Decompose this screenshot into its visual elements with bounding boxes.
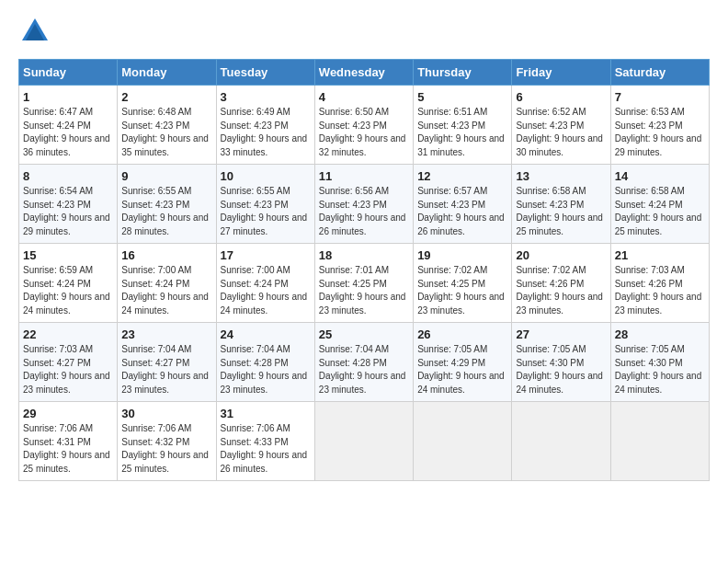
calendar-table: SundayMondayTuesdayWednesdayThursdayFrid… bbox=[18, 59, 710, 481]
calendar-cell bbox=[314, 402, 413, 481]
day-info: Sunrise: 7:03 AMSunset: 4:27 PMDaylight:… bbox=[23, 344, 110, 395]
day-number: 17 bbox=[221, 248, 311, 262]
calendar-week-2: 8 Sunrise: 6:54 AMSunset: 4:23 PMDayligh… bbox=[19, 165, 710, 244]
day-info: Sunrise: 7:05 AMSunset: 4:30 PMDaylight:… bbox=[516, 344, 603, 395]
day-number: 21 bbox=[615, 248, 705, 262]
day-info: Sunrise: 7:02 AMSunset: 4:26 PMDaylight:… bbox=[516, 265, 603, 316]
day-info: Sunrise: 6:58 AMSunset: 4:23 PMDaylight:… bbox=[516, 186, 603, 236]
calendar-cell: 27 Sunrise: 7:05 AMSunset: 4:30 PMDaylig… bbox=[512, 323, 610, 402]
weekday-header-row: SundayMondayTuesdayWednesdayThursdayFrid… bbox=[19, 60, 710, 86]
day-info: Sunrise: 7:03 AMSunset: 4:26 PMDaylight:… bbox=[615, 265, 702, 316]
day-info: Sunrise: 7:04 AMSunset: 4:28 PMDaylight:… bbox=[221, 344, 308, 395]
calendar-cell: 28 Sunrise: 7:05 AMSunset: 4:30 PMDaylig… bbox=[610, 323, 709, 402]
weekday-header-monday: Monday bbox=[118, 60, 216, 86]
calendar-cell: 16 Sunrise: 7:00 AMSunset: 4:24 PMDaylig… bbox=[118, 244, 216, 323]
calendar-cell: 4 Sunrise: 6:50 AMSunset: 4:23 PMDayligh… bbox=[314, 86, 413, 165]
day-number: 5 bbox=[417, 90, 507, 104]
day-info: Sunrise: 7:06 AMSunset: 4:33 PMDaylight:… bbox=[221, 423, 308, 474]
day-number: 7 bbox=[615, 90, 705, 104]
calendar-cell: 31 Sunrise: 7:06 AMSunset: 4:33 PMDaylig… bbox=[216, 402, 314, 481]
calendar-cell: 5 Sunrise: 6:51 AMSunset: 4:23 PMDayligh… bbox=[414, 86, 512, 165]
day-number: 23 bbox=[121, 327, 211, 341]
calendar-cell bbox=[610, 402, 709, 481]
calendar-cell: 8 Sunrise: 6:54 AMSunset: 4:23 PMDayligh… bbox=[19, 165, 118, 244]
day-info: Sunrise: 6:47 AMSunset: 4:24 PMDaylight:… bbox=[23, 107, 110, 157]
day-number: 18 bbox=[319, 248, 409, 262]
day-number: 28 bbox=[615, 327, 705, 341]
weekday-header-sunday: Sunday bbox=[19, 60, 118, 86]
calendar-cell: 20 Sunrise: 7:02 AMSunset: 4:26 PMDaylig… bbox=[512, 244, 610, 323]
calendar-cell: 21 Sunrise: 7:03 AMSunset: 4:26 PMDaylig… bbox=[610, 244, 709, 323]
day-info: Sunrise: 6:55 AMSunset: 4:23 PMDaylight:… bbox=[221, 186, 308, 236]
day-info: Sunrise: 6:53 AMSunset: 4:23 PMDaylight:… bbox=[615, 107, 702, 157]
calendar-cell bbox=[512, 402, 610, 481]
calendar-week-5: 29 Sunrise: 7:06 AMSunset: 4:31 PMDaylig… bbox=[19, 402, 710, 481]
day-number: 15 bbox=[23, 248, 113, 262]
weekday-header-tuesday: Tuesday bbox=[216, 60, 314, 86]
day-info: Sunrise: 6:57 AMSunset: 4:23 PMDaylight:… bbox=[417, 186, 505, 236]
weekday-header-wednesday: Wednesday bbox=[314, 60, 413, 86]
day-info: Sunrise: 6:58 AMSunset: 4:24 PMDaylight:… bbox=[615, 186, 702, 236]
calendar-cell: 2 Sunrise: 6:48 AMSunset: 4:23 PMDayligh… bbox=[118, 86, 216, 165]
day-info: Sunrise: 7:04 AMSunset: 4:28 PMDaylight:… bbox=[319, 344, 406, 395]
day-info: Sunrise: 7:02 AMSunset: 4:25 PMDaylight:… bbox=[417, 265, 505, 316]
day-info: Sunrise: 6:56 AMSunset: 4:23 PMDaylight:… bbox=[319, 186, 406, 236]
day-number: 31 bbox=[221, 407, 311, 420]
calendar-cell: 19 Sunrise: 7:02 AMSunset: 4:25 PMDaylig… bbox=[414, 244, 512, 323]
calendar-cell: 18 Sunrise: 7:01 AMSunset: 4:25 PMDaylig… bbox=[314, 244, 413, 323]
day-number: 2 bbox=[121, 90, 211, 104]
day-number: 25 bbox=[319, 327, 409, 341]
calendar-cell: 23 Sunrise: 7:04 AMSunset: 4:27 PMDaylig… bbox=[118, 323, 216, 402]
day-number: 4 bbox=[319, 90, 409, 104]
calendar-week-4: 22 Sunrise: 7:03 AMSunset: 4:27 PMDaylig… bbox=[19, 323, 710, 402]
day-info: Sunrise: 6:49 AMSunset: 4:23 PMDaylight:… bbox=[221, 107, 308, 157]
logo-icon bbox=[18, 15, 51, 48]
day-number: 12 bbox=[417, 169, 507, 183]
day-info: Sunrise: 6:51 AMSunset: 4:23 PMDaylight:… bbox=[417, 107, 505, 157]
calendar-cell: 30 Sunrise: 7:06 AMSunset: 4:32 PMDaylig… bbox=[118, 402, 216, 481]
calendar-cell: 24 Sunrise: 7:04 AMSunset: 4:28 PMDaylig… bbox=[216, 323, 314, 402]
day-number: 20 bbox=[516, 248, 606, 262]
day-number: 8 bbox=[23, 169, 113, 183]
calendar-cell: 1 Sunrise: 6:47 AMSunset: 4:24 PMDayligh… bbox=[19, 86, 118, 165]
day-number: 27 bbox=[516, 327, 606, 341]
weekday-header-friday: Friday bbox=[512, 60, 610, 86]
day-info: Sunrise: 7:01 AMSunset: 4:25 PMDaylight:… bbox=[319, 265, 406, 316]
calendar-week-3: 15 Sunrise: 6:59 AMSunset: 4:24 PMDaylig… bbox=[19, 244, 710, 323]
day-info: Sunrise: 6:50 AMSunset: 4:23 PMDaylight:… bbox=[319, 107, 406, 157]
calendar-cell bbox=[414, 402, 512, 481]
logo bbox=[18, 15, 55, 48]
calendar-cell: 17 Sunrise: 7:00 AMSunset: 4:24 PMDaylig… bbox=[216, 244, 314, 323]
day-info: Sunrise: 7:06 AMSunset: 4:32 PMDaylight:… bbox=[121, 423, 209, 474]
day-number: 26 bbox=[417, 327, 507, 341]
day-info: Sunrise: 7:00 AMSunset: 4:24 PMDaylight:… bbox=[121, 265, 209, 316]
calendar-cell: 10 Sunrise: 6:55 AMSunset: 4:23 PMDaylig… bbox=[216, 165, 314, 244]
calendar-cell: 15 Sunrise: 6:59 AMSunset: 4:24 PMDaylig… bbox=[19, 244, 118, 323]
day-number: 19 bbox=[417, 248, 507, 262]
day-info: Sunrise: 7:00 AMSunset: 4:24 PMDaylight:… bbox=[221, 265, 308, 316]
calendar-cell: 29 Sunrise: 7:06 AMSunset: 4:31 PMDaylig… bbox=[19, 402, 118, 481]
calendar-week-1: 1 Sunrise: 6:47 AMSunset: 4:24 PMDayligh… bbox=[19, 86, 710, 165]
day-number: 3 bbox=[221, 90, 311, 104]
calendar-cell: 3 Sunrise: 6:49 AMSunset: 4:23 PMDayligh… bbox=[216, 86, 314, 165]
day-number: 11 bbox=[319, 169, 409, 183]
day-number: 24 bbox=[221, 327, 311, 341]
calendar-cell: 9 Sunrise: 6:55 AMSunset: 4:23 PMDayligh… bbox=[118, 165, 216, 244]
weekday-header-saturday: Saturday bbox=[610, 60, 709, 86]
day-number: 29 bbox=[23, 407, 113, 420]
calendar-body: 1 Sunrise: 6:47 AMSunset: 4:24 PMDayligh… bbox=[19, 86, 710, 481]
calendar-cell: 7 Sunrise: 6:53 AMSunset: 4:23 PMDayligh… bbox=[610, 86, 709, 165]
day-number: 6 bbox=[516, 90, 606, 104]
day-info: Sunrise: 6:59 AMSunset: 4:24 PMDaylight:… bbox=[23, 265, 110, 316]
day-number: 22 bbox=[23, 327, 113, 341]
calendar-cell: 14 Sunrise: 6:58 AMSunset: 4:24 PMDaylig… bbox=[610, 165, 709, 244]
calendar-cell: 26 Sunrise: 7:05 AMSunset: 4:29 PMDaylig… bbox=[414, 323, 512, 402]
day-info: Sunrise: 6:55 AMSunset: 4:23 PMDaylight:… bbox=[121, 186, 209, 236]
header bbox=[18, 15, 710, 48]
calendar-cell: 25 Sunrise: 7:04 AMSunset: 4:28 PMDaylig… bbox=[314, 323, 413, 402]
day-number: 13 bbox=[516, 169, 606, 183]
day-number: 9 bbox=[121, 169, 211, 183]
day-info: Sunrise: 6:48 AMSunset: 4:23 PMDaylight:… bbox=[121, 107, 209, 157]
calendar-cell: 22 Sunrise: 7:03 AMSunset: 4:27 PMDaylig… bbox=[19, 323, 118, 402]
calendar-cell: 13 Sunrise: 6:58 AMSunset: 4:23 PMDaylig… bbox=[512, 165, 610, 244]
